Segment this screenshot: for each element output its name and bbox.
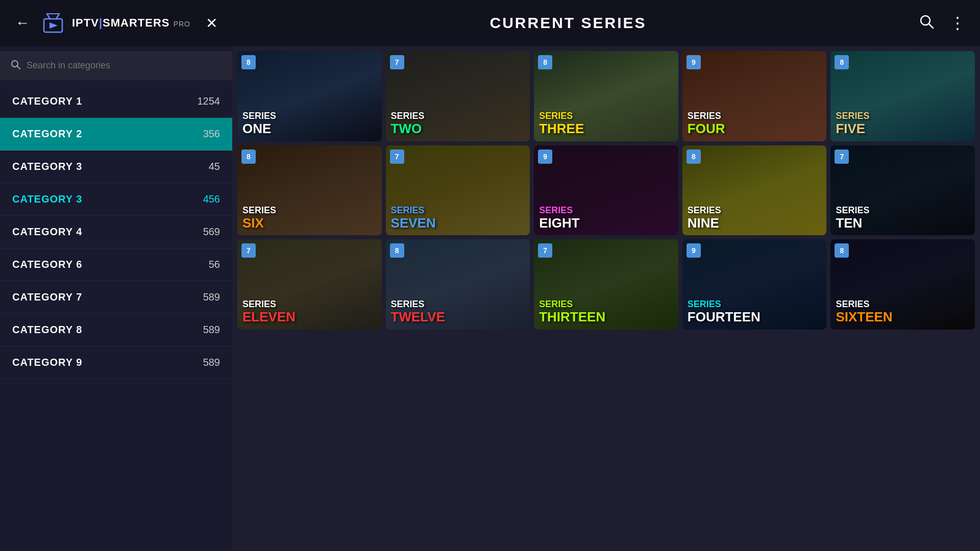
card-title: SERIES SIXTEEN	[836, 299, 970, 324]
card-badge: 8	[538, 55, 552, 69]
card-title: SERIES SEVEN	[391, 206, 525, 230]
card-2[interactable]: 7 SERIES TWO	[386, 51, 530, 141]
card-title: SERIES SIX	[242, 206, 377, 230]
svg-point-7	[12, 61, 18, 67]
page-title: CURRENT SERIES	[489, 14, 646, 32]
card-6[interactable]: 8 SERIES SIX	[237, 145, 382, 236]
sidebar-item-7[interactable]: CATEGORY 8 589	[0, 314, 232, 346]
card-title: SERIES TWELVE	[391, 299, 525, 324]
card-badge: 9	[687, 55, 701, 69]
card-badge: 7	[390, 149, 404, 164]
sidebar-item-1[interactable]: CATEGORY 2 356	[0, 118, 232, 151]
categories-list: CATEGORY 1 1254 CATEGORY 2 356 CATEGORY …	[0, 85, 232, 379]
menu-icon[interactable]: ⋮	[949, 13, 965, 33]
svg-line-6	[929, 24, 933, 28]
card-3[interactable]: 8 SERIES THREE	[534, 51, 678, 141]
logo: IPTV|SMARTERS PRO	[40, 10, 190, 36]
card-11[interactable]: 7 SERIES ELEVEN	[237, 239, 382, 330]
sidebar-item-8[interactable]: CATEGORY 9 589	[0, 346, 232, 379]
sidebar-item-4[interactable]: CATEGORY 4 569	[0, 216, 232, 248]
search-bar-icon	[10, 59, 20, 72]
category-count: 56	[209, 259, 220, 270]
card-14[interactable]: 9 SERIES FOURTEEN	[682, 239, 827, 330]
card-title: SERIES EIGHT	[539, 206, 673, 230]
logo-icon	[40, 10, 66, 36]
header-left: ← IPTV|SMARTERS PRO ✕	[15, 10, 217, 36]
category-count: 356	[203, 128, 220, 140]
category-name: CATEGORY 9	[12, 357, 82, 368]
search-input[interactable]	[27, 60, 222, 71]
category-count: 45	[209, 161, 220, 172]
category-name: CATEGORY 6	[12, 259, 82, 270]
card-badge: 7	[241, 243, 256, 258]
main-content: CATEGORY 1 1254 CATEGORY 2 356 CATEGORY …	[0, 46, 980, 551]
card-title: SERIES TWO	[391, 111, 525, 136]
category-count: 456	[203, 193, 220, 205]
logo-text: IPTV|SMARTERS PRO	[72, 16, 190, 30]
card-4[interactable]: 9 SERIES FOUR	[682, 51, 827, 141]
card-badge: 8	[835, 243, 849, 258]
category-count: 589	[203, 357, 220, 368]
card-1[interactable]: 8 SERIES ONE	[237, 51, 382, 141]
sidebar-item-2[interactable]: CATEGORY 3 45	[0, 151, 232, 183]
card-9[interactable]: 8 SERIES NINE	[682, 145, 827, 236]
card-15[interactable]: 8 SERIES SIXTEEN	[830, 239, 975, 330]
sidebar-item-3[interactable]: CATEGORY 3 456	[0, 183, 232, 216]
card-badge: 7	[538, 243, 552, 258]
card-title: SERIES FOUR	[688, 111, 822, 136]
category-name: CATEGORY 8	[12, 324, 82, 336]
cards-grid: 8 SERIES ONE 7 SERIES TWO 8 SERIES THREE…	[237, 51, 975, 330]
search-bar[interactable]	[0, 51, 232, 80]
close-button[interactable]: ✕	[206, 15, 217, 32]
card-10[interactable]: 7 SERIES TEN	[830, 145, 975, 236]
card-badge: 8	[687, 149, 701, 164]
card-13[interactable]: 7 SERIES THIRTEEN	[534, 239, 678, 330]
card-7[interactable]: 7 SERIES SEVEN	[386, 145, 530, 236]
card-title: SERIES THIRTEEN	[539, 299, 673, 324]
card-badge: 8	[835, 55, 849, 69]
header-right: ⋮	[919, 13, 965, 33]
category-count: 1254	[198, 95, 220, 107]
card-title: SERIES NINE	[688, 206, 822, 230]
card-badge: 8	[390, 243, 404, 258]
logo-iptv: IPTV|SMARTERS PRO	[72, 16, 190, 29]
category-name: CATEGORY 3	[12, 193, 82, 205]
category-count: 589	[203, 324, 220, 336]
card-badge: 8	[241, 55, 256, 69]
sidebar-item-0[interactable]: CATEGORY 1 1254	[0, 85, 232, 118]
category-name: CATEGORY 1	[12, 95, 82, 107]
header: ← IPTV|SMARTERS PRO ✕ CURRENT SERIES	[0, 0, 980, 46]
card-title: SERIES FOURTEEN	[688, 299, 822, 324]
card-title: SERIES TEN	[836, 206, 970, 230]
card-12[interactable]: 8 SERIES TWELVE	[386, 239, 530, 330]
card-badge: 7	[390, 55, 404, 69]
category-count: 589	[203, 291, 220, 303]
card-badge: 7	[835, 149, 849, 164]
card-8[interactable]: 9 SERIES EIGHT	[534, 145, 678, 236]
sidebar-item-5[interactable]: CATEGORY 6 56	[0, 248, 232, 281]
card-title: SERIES ONE	[242, 111, 377, 136]
card-badge: 9	[538, 149, 552, 164]
svg-line-2	[56, 14, 59, 19]
category-name: CATEGORY 4	[12, 226, 82, 238]
card-title: SERIES FIVE	[836, 111, 970, 136]
card-badge: 9	[687, 243, 701, 258]
category-name: CATEGORY 3	[12, 161, 82, 172]
sidebar: CATEGORY 1 1254 CATEGORY 2 356 CATEGORY …	[0, 46, 232, 551]
category-name: CATEGORY 2	[12, 128, 82, 140]
back-button[interactable]: ←	[15, 15, 30, 31]
category-count: 569	[203, 226, 220, 238]
card-title: SERIES ELEVEN	[242, 299, 377, 324]
sidebar-item-6[interactable]: CATEGORY 7 589	[0, 281, 232, 314]
category-name: CATEGORY 7	[12, 291, 82, 303]
svg-marker-4	[50, 22, 58, 29]
card-title: SERIES THREE	[539, 111, 673, 136]
card-5[interactable]: 8 SERIES FIVE	[830, 51, 975, 141]
content-area: 8 SERIES ONE 7 SERIES TWO 8 SERIES THREE…	[232, 46, 980, 551]
svg-line-8	[17, 66, 20, 69]
svg-line-1	[47, 14, 50, 19]
search-icon[interactable]	[919, 14, 934, 33]
card-badge: 8	[241, 149, 256, 164]
